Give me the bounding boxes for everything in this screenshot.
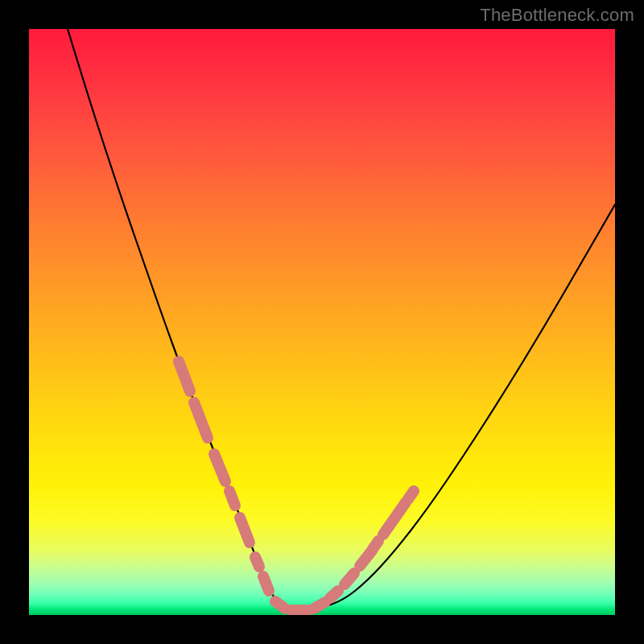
highlight-segment (330, 591, 338, 598)
highlight-segment (373, 541, 378, 549)
plot-area (29, 29, 615, 615)
highlight-segment (214, 454, 225, 481)
highlight-segments (179, 361, 414, 610)
highlight-segment (408, 491, 414, 499)
highlight-segment (229, 491, 235, 506)
highlight-segment (275, 601, 285, 609)
highlight-segment (255, 557, 259, 567)
outer-frame: TheBottleneck.com (0, 0, 644, 644)
highlight-segment (263, 576, 269, 591)
highlight-segment (194, 402, 208, 438)
highlight-segment (383, 502, 406, 535)
watermark-text: TheBottleneck.com (480, 5, 634, 26)
highlight-segment (345, 573, 354, 584)
curve-svg (29, 29, 615, 615)
highlight-segment (240, 518, 250, 543)
highlight-segment (179, 361, 190, 391)
highlight-segment (314, 602, 325, 609)
bottleneck-curve (68, 29, 615, 609)
